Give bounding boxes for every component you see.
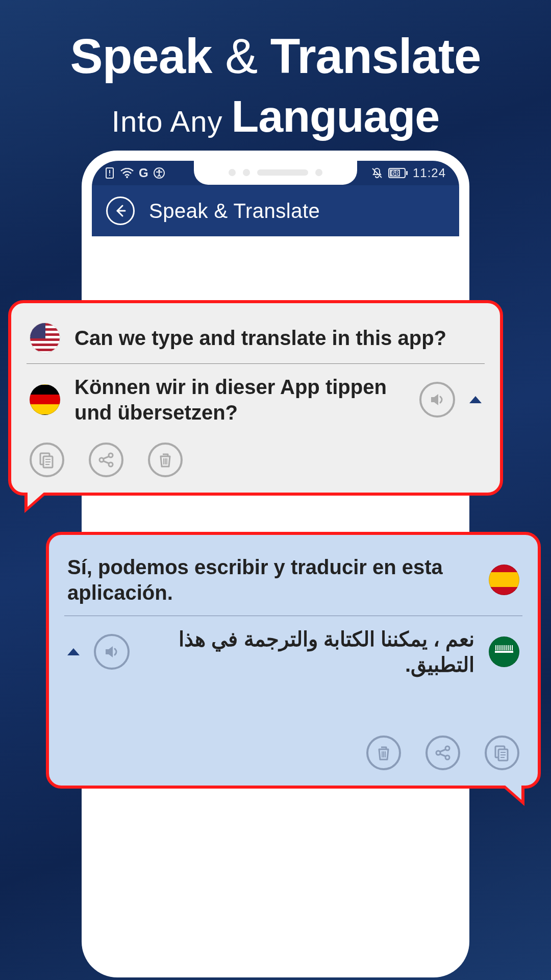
flag-de-icon	[30, 384, 60, 415]
app-bar: Speak & Translate	[92, 185, 459, 236]
svg-rect-1	[109, 170, 110, 174]
delete-button-2[interactable]	[366, 736, 401, 770]
svg-line-20	[103, 461, 109, 463]
sim-alert-icon	[105, 167, 115, 179]
wifi-icon	[120, 168, 134, 178]
share-button-1[interactable]	[89, 443, 123, 477]
translation-card-2: Sí, podemos escribir y traducir en esta …	[46, 532, 541, 789]
accessibility-icon	[154, 167, 165, 179]
delete-button-1[interactable]	[148, 443, 183, 477]
share-button-2[interactable]	[425, 736, 460, 770]
svg-rect-2	[109, 175, 110, 176]
app-title: Speak & Translate	[149, 200, 320, 223]
mute-icon	[371, 167, 383, 179]
g-letter-icon: G	[139, 166, 148, 180]
speak-button-1[interactable]	[419, 382, 455, 418]
svg-line-19	[103, 456, 109, 459]
flag-sa-icon	[489, 636, 519, 667]
phone-notch	[194, 161, 357, 185]
flag-es-icon	[489, 565, 519, 595]
hero-translate: Translate	[270, 29, 481, 83]
copy-button-1[interactable]	[30, 443, 64, 477]
flag-us-icon	[30, 323, 60, 353]
target-text-1: Können wir in dieser App tippen und über…	[74, 374, 405, 425]
collapse-caret-1[interactable]	[469, 396, 482, 403]
svg-rect-8	[406, 171, 408, 175]
hero-text: Speak & Translate Into Any Language	[0, 0, 551, 142]
svg-line-30	[440, 749, 446, 752]
clock: 11:24	[413, 166, 446, 180]
svg-line-31	[440, 754, 446, 756]
battery-indicator: 68	[388, 168, 408, 178]
hero-amp: &	[225, 29, 257, 83]
translation-card-1: Can we type and translate in this app? K…	[8, 300, 503, 496]
target-text-2: نعم ، يمكننا الكتابة والترجمة في هذا الت…	[144, 626, 474, 677]
speak-button-2[interactable]	[94, 634, 130, 670]
svg-point-5	[158, 169, 160, 172]
hero-into-any: Into Any	[112, 105, 223, 138]
svg-line-6	[372, 168, 382, 178]
source-text-1: Can we type and translate in this app?	[74, 325, 482, 351]
hero-speak: Speak	[70, 29, 212, 83]
source-text-2: Sí, podemos escribir y traducir en esta …	[67, 554, 474, 605]
copy-button-2[interactable]	[485, 736, 519, 770]
svg-point-3	[126, 176, 128, 178]
back-button[interactable]	[106, 197, 135, 225]
collapse-caret-2[interactable]	[67, 648, 80, 655]
hero-language: Language	[232, 91, 440, 141]
